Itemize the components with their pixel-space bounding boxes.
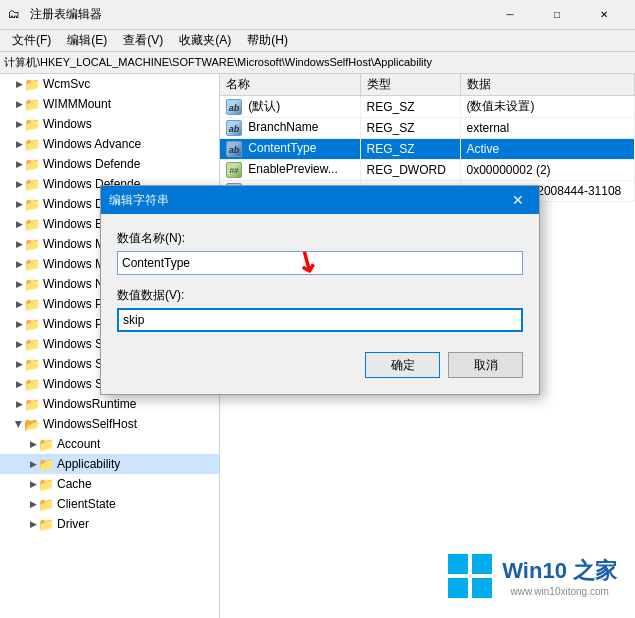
watermark-url: www.win10xitong.com <box>502 586 617 597</box>
folder-icon: 📁 <box>24 356 40 372</box>
row-type: REG_DWORD <box>360 160 460 181</box>
dialog-close-button[interactable]: ✕ <box>505 187 531 213</box>
tree-label: Windows M <box>43 237 105 251</box>
tree-item-windows[interactable]: ▶ 📁 Windows <box>0 114 219 134</box>
cancel-button[interactable]: 取消 <box>448 352 523 378</box>
folder-icon: 📁 <box>24 136 40 152</box>
tree-item-windowsruntime[interactable]: ▶ 📁 WindowsRuntime <box>0 394 219 414</box>
svg-rect-3 <box>472 578 492 598</box>
row-data: (数值未设置) <box>460 96 635 118</box>
expand-arrow: ▶ <box>14 259 24 269</box>
folder-icon: 📁 <box>24 296 40 312</box>
tree-item-clientstate[interactable]: ▶ 📁 ClientState <box>0 494 219 514</box>
close-button[interactable]: ✕ <box>581 0 627 30</box>
folder-icon: 📁 <box>38 476 54 492</box>
row-name: ab ContentType <box>220 139 360 160</box>
registry-table: 名称 类型 数据 ab (默认) REG_SZ (数值未设置) ab <box>220 74 635 202</box>
ok-button[interactable]: 确定 <box>365 352 440 378</box>
row-data: Active <box>460 139 635 160</box>
data-label: 数值数据(V): <box>117 287 523 304</box>
tree-label: Windows M <box>43 257 105 271</box>
row-data: 0x00000002 (2) <box>460 160 635 181</box>
folder-icon: 📁 <box>38 516 54 532</box>
tree-label: Driver <box>57 517 89 531</box>
expand-arrow: ▶ <box>14 239 24 249</box>
data-input[interactable] <box>117 308 523 332</box>
row-name: ab BranchName <box>220 118 360 139</box>
menu-help[interactable]: 帮助(H) <box>239 30 296 51</box>
title-bar-text: 注册表编辑器 <box>30 6 487 23</box>
dialog-buttons: 确定 取消 <box>117 352 523 378</box>
title-bar-buttons: ─ □ ✕ <box>487 0 627 30</box>
row-type: REG_SZ <box>360 139 460 160</box>
tree-item-driver[interactable]: ▶ 📁 Driver <box>0 514 219 534</box>
folder-icon: 📁 <box>24 316 40 332</box>
minimize-button[interactable]: ─ <box>487 0 533 30</box>
folder-icon: 📁 <box>24 216 40 232</box>
tree-label: WIMMMount <box>43 97 111 111</box>
expand-arrow: ▶ <box>28 519 38 529</box>
registry-row-contenttype[interactable]: ab ContentType REG_SZ Active <box>220 139 635 160</box>
folder-icon: 📁 <box>24 276 40 292</box>
row-name: ab (默认) <box>220 96 360 118</box>
win-text: Win10 之家 <box>502 556 617 586</box>
tree-label: Windows P <box>43 317 103 331</box>
tree-label: Windows El <box>43 217 106 231</box>
tree-label: WcmSvc <box>43 77 90 91</box>
tree-item-wimmount[interactable]: ▶ 📁 WIMMMount <box>0 94 219 114</box>
tree-label: WindowsRuntime <box>43 397 136 411</box>
expand-arrow: ▶ <box>14 319 24 329</box>
expand-arrow: ▶ <box>14 79 24 89</box>
menu-view[interactable]: 查看(V) <box>115 30 171 51</box>
tree-label: Windows <box>43 117 92 131</box>
title-bar: 🗂 注册表编辑器 ─ □ ✕ <box>0 0 635 30</box>
menu-edit[interactable]: 编辑(E) <box>59 30 115 51</box>
folder-icon: 📁 <box>24 396 40 412</box>
tree-item-cache[interactable]: ▶ 📁 Cache <box>0 474 219 494</box>
tree-item-windowsselfhost[interactable]: ▶ 📂 WindowsSelfHost <box>0 414 219 434</box>
menu-favorites[interactable]: 收藏夹(A) <box>171 30 239 51</box>
expand-arrow: ▶ <box>14 279 24 289</box>
dword-icon: ## <box>226 162 242 178</box>
expand-arrow: ▶ <box>28 459 38 469</box>
expand-arrow: ▶ <box>14 399 24 409</box>
folder-icon: 📁 <box>24 76 40 92</box>
folder-icon: 📁 <box>38 496 54 512</box>
expand-arrow: ▶ <box>14 379 24 389</box>
tree-item-wcmsvc[interactable]: ▶ 📁 WcmSvc <box>0 74 219 94</box>
registry-row-default[interactable]: ab (默认) REG_SZ (数值未设置) <box>220 96 635 118</box>
folder-icon: 📁 <box>38 436 54 452</box>
folder-icon: 📁 <box>24 116 40 132</box>
edit-string-dialog: 编辑字符串 ✕ 数值名称(N): 数值数据(V): 确定 取消 <box>100 185 540 395</box>
tree-label: Windows Defende <box>43 157 140 171</box>
ab-icon: ab <box>226 99 242 115</box>
svg-rect-2 <box>448 578 468 598</box>
tree-label: Windows Advance <box>43 137 141 151</box>
col-type: 类型 <box>360 74 460 96</box>
tree-label: WindowsSelfHost <box>43 417 137 431</box>
tree-label: Cache <box>57 477 92 491</box>
expand-arrow: ▶ <box>14 219 24 229</box>
registry-row-branchname[interactable]: ab BranchName REG_SZ external <box>220 118 635 139</box>
folder-icon: 📁 <box>24 376 40 392</box>
tree-item-applicability[interactable]: ▶ 📁 Applicability <box>0 454 219 474</box>
expand-arrow: ▶ <box>14 159 24 169</box>
tree-item-windows-defende1[interactable]: ▶ 📁 Windows Defende <box>0 154 219 174</box>
folder-icon: 📁 <box>24 156 40 172</box>
col-data: 数据 <box>460 74 635 96</box>
svg-rect-0 <box>448 554 468 574</box>
row-name: ## EnablePreview... <box>220 160 360 181</box>
tree-item-account[interactable]: ▶ 📁 Account <box>0 434 219 454</box>
name-input[interactable] <box>117 251 523 275</box>
dialog-title-text: 编辑字符串 <box>109 192 505 209</box>
ab-icon: ab <box>226 120 242 136</box>
folder-icon: 📂 <box>24 416 40 432</box>
tree-item-windows-advance[interactable]: ▶ 📁 Windows Advance <box>0 134 219 154</box>
tree-label: ClientState <box>57 497 116 511</box>
menu-file[interactable]: 文件(F) <box>4 30 59 51</box>
registry-row-enablepreview[interactable]: ## EnablePreview... REG_DWORD 0x00000002… <box>220 160 635 181</box>
maximize-button[interactable]: □ <box>534 0 580 30</box>
expand-arrow: ▶ <box>14 139 24 149</box>
expand-arrow: ▶ <box>14 339 24 349</box>
expand-arrow: ▶ <box>28 499 38 509</box>
